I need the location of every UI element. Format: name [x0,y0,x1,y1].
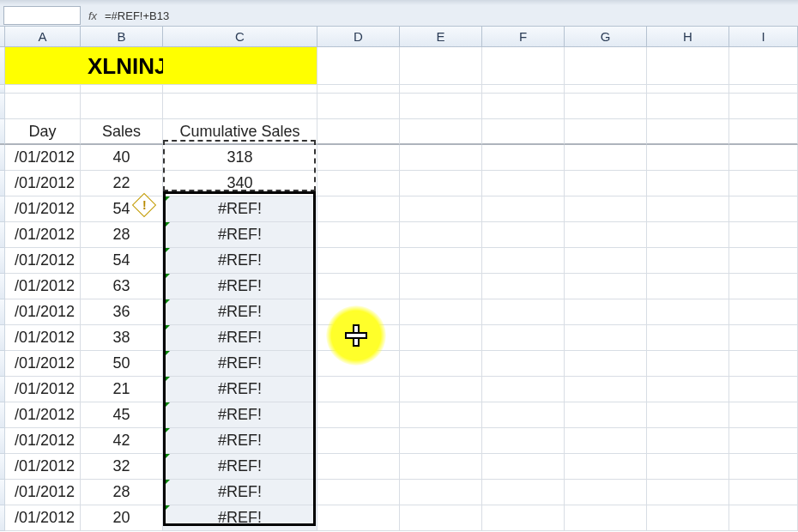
cell-sales[interactable]: 45 [81,402,163,428]
cell-day[interactable]: /01/2012 [5,274,81,299]
cell[interactable] [400,47,482,85]
cell[interactable] [482,274,565,299]
column-header-F[interactable]: F [482,27,565,46]
cell-sales[interactable]: 32 [81,454,163,480]
cell[interactable] [729,85,798,94]
cell[interactable] [729,428,798,454]
cell[interactable] [5,94,81,119]
cell[interactable] [400,351,482,377]
cell[interactable] [482,222,565,248]
cell-ref-error[interactable]: #REF! [163,402,317,428]
cell[interactable] [729,248,798,274]
cell[interactable] [729,119,798,145]
cell-day[interactable]: /01/2012 [5,222,81,248]
cell[interactable] [482,196,565,222]
cell-ref-error[interactable]: #REF! [163,196,317,222]
cell-sales[interactable]: 38 [81,325,163,351]
cell[interactable] [565,222,647,248]
cell-sales[interactable]: 28 [81,222,163,248]
cell[interactable] [729,505,798,531]
cell[interactable] [565,351,647,377]
column-header-C[interactable]: C [163,27,317,46]
cell[interactable] [729,94,798,119]
cell-ref-error[interactable]: #REF! [163,299,317,325]
cell-cum[interactable]: 340 [163,171,317,196]
cell[interactable] [482,505,565,531]
cell-day[interactable]: /01/2012 [5,171,81,196]
cell[interactable] [482,325,565,351]
cell-ref-error[interactable]: #REF! [163,480,317,505]
cell[interactable] [729,145,798,171]
cell[interactable] [647,248,729,274]
cell[interactable] [565,94,647,119]
cell-day[interactable]: /01/2012 [5,325,81,351]
cell-sales[interactable]: 42 [81,428,163,454]
cell[interactable] [565,505,647,531]
column-header-B[interactable]: B [81,27,163,46]
cell-sales[interactable]: 22 [81,171,163,196]
cell[interactable] [565,480,647,505]
cell[interactable] [647,85,729,94]
cell[interactable] [317,454,400,480]
cell[interactable] [400,222,482,248]
formula-input[interactable]: =#REF!+B13 [105,9,798,22]
cell-ref-error[interactable]: #REF! [163,351,317,377]
cell-sales[interactable]: 20 [81,505,163,531]
cell[interactable] [317,377,400,402]
cell[interactable] [729,377,798,402]
cell-ref-error[interactable]: #REF! [163,274,317,299]
column-header-I[interactable]: I [729,27,798,46]
cell[interactable] [482,402,565,428]
cell[interactable] [729,47,798,85]
cell[interactable] [400,171,482,196]
cell[interactable] [729,454,798,480]
cell[interactable] [647,222,729,248]
cell[interactable] [565,454,647,480]
name-box[interactable] [3,6,81,25]
cell[interactable] [565,402,647,428]
cell-sales[interactable]: 36 [81,299,163,325]
cell[interactable] [163,85,317,94]
banner-cell[interactable] [163,47,317,85]
cell[interactable] [400,325,482,351]
cell-day[interactable]: /01/2012 [5,402,81,428]
cell[interactable] [482,351,565,377]
cell[interactable] [317,94,400,119]
cell[interactable] [400,505,482,531]
cell-ref-error[interactable]: #REF! [163,505,317,531]
cell[interactable] [482,85,565,94]
header-day[interactable]: Day [5,119,81,145]
spreadsheet-grid[interactable]: XLNINJA.comDaySalesCumulative Sales/01/2… [0,47,798,531]
cell[interactable] [400,454,482,480]
cell[interactable] [81,85,163,94]
cell-day[interactable]: /01/2012 [5,505,81,531]
cell[interactable] [647,274,729,299]
fx-icon[interactable]: fx [81,9,105,22]
cell[interactable] [729,171,798,196]
cell[interactable] [317,196,400,222]
cell-sales[interactable]: 50 [81,351,163,377]
column-header-A[interactable]: A [5,27,81,46]
cell[interactable] [317,402,400,428]
cell[interactable] [317,428,400,454]
cell[interactable] [647,454,729,480]
cell[interactable] [729,402,798,428]
cell[interactable] [647,94,729,119]
cell[interactable] [400,85,482,94]
cell[interactable] [565,119,647,145]
cell[interactable] [482,47,565,85]
cell[interactable] [317,119,400,145]
cell[interactable] [647,428,729,454]
cell[interactable] [482,94,565,119]
cell[interactable] [565,196,647,222]
cell-sales[interactable]: 28 [81,480,163,505]
cell[interactable] [647,299,729,325]
cell[interactable] [647,377,729,402]
cell[interactable] [482,454,565,480]
cell[interactable] [729,325,798,351]
cell[interactable] [565,47,647,85]
cell-ref-error[interactable]: #REF! [163,222,317,248]
cell[interactable] [729,480,798,505]
cell-day[interactable]: /01/2012 [5,248,81,274]
cell[interactable] [647,351,729,377]
